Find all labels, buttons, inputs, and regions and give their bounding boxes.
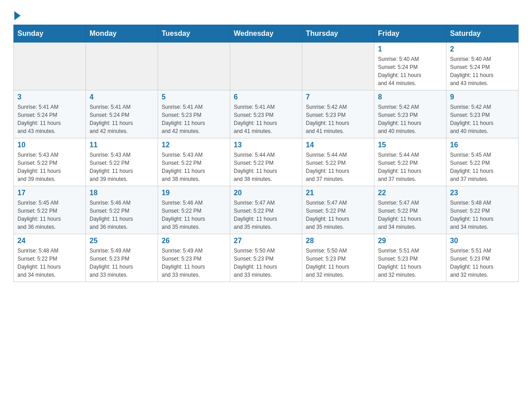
calendar-cell: 6Sunrise: 5:41 AMSunset: 5:23 PMDaylight… [230, 90, 302, 138]
day-info: Sunrise: 5:45 AMSunset: 5:22 PMDaylight:… [450, 151, 515, 183]
day-info: Sunrise: 5:47 AMSunset: 5:22 PMDaylight:… [378, 199, 442, 231]
day-number: 20 [234, 189, 298, 197]
day-header-friday: Friday [374, 25, 446, 43]
day-info: Sunrise: 5:49 AMSunset: 5:23 PMDaylight:… [162, 247, 226, 279]
day-info: Sunrise: 5:44 AMSunset: 5:22 PMDaylight:… [378, 151, 442, 183]
day-number: 13 [234, 141, 298, 149]
day-header-thursday: Thursday [302, 25, 374, 43]
calendar-cell: 17Sunrise: 5:45 AMSunset: 5:22 PMDayligh… [14, 186, 86, 234]
day-info: Sunrise: 5:40 AMSunset: 5:24 PMDaylight:… [450, 55, 515, 87]
day-number: 26 [162, 237, 226, 245]
calendar-cell [158, 43, 230, 90]
day-info: Sunrise: 5:43 AMSunset: 5:22 PMDaylight:… [90, 151, 154, 183]
calendar-cell: 25Sunrise: 5:49 AMSunset: 5:23 PMDayligh… [86, 234, 158, 282]
calendar-cell: 8Sunrise: 5:42 AMSunset: 5:23 PMDaylight… [374, 90, 446, 138]
calendar-cell: 9Sunrise: 5:42 AMSunset: 5:23 PMDaylight… [446, 90, 519, 138]
day-number: 25 [90, 237, 154, 245]
calendar-cell: 4Sunrise: 5:41 AMSunset: 5:24 PMDaylight… [86, 90, 158, 138]
day-number: 5 [162, 93, 226, 101]
calendar-cell: 15Sunrise: 5:44 AMSunset: 5:22 PMDayligh… [374, 138, 446, 186]
day-number: 23 [450, 189, 515, 197]
day-info: Sunrise: 5:43 AMSunset: 5:22 PMDaylight:… [17, 151, 82, 183]
day-info: Sunrise: 5:41 AMSunset: 5:24 PMDaylight:… [90, 103, 154, 135]
calendar-cell: 22Sunrise: 5:47 AMSunset: 5:22 PMDayligh… [374, 186, 446, 234]
day-info: Sunrise: 5:46 AMSunset: 5:22 PMDaylight:… [90, 199, 154, 231]
day-number: 19 [162, 189, 226, 197]
day-info: Sunrise: 5:48 AMSunset: 5:22 PMDaylight:… [450, 199, 515, 231]
day-number: 4 [90, 93, 154, 101]
calendar-cell: 3Sunrise: 5:41 AMSunset: 5:24 PMDaylight… [14, 90, 86, 138]
day-info: Sunrise: 5:41 AMSunset: 5:24 PMDaylight:… [17, 103, 82, 135]
day-info: Sunrise: 5:50 AMSunset: 5:23 PMDaylight:… [306, 247, 370, 279]
day-info: Sunrise: 5:44 AMSunset: 5:22 PMDaylight:… [234, 151, 298, 183]
calendar-week-row: 10Sunrise: 5:43 AMSunset: 5:22 PMDayligh… [14, 138, 519, 186]
day-info: Sunrise: 5:46 AMSunset: 5:22 PMDaylight:… [162, 199, 226, 231]
day-info: Sunrise: 5:48 AMSunset: 5:22 PMDaylight:… [17, 247, 82, 279]
calendar-cell: 19Sunrise: 5:46 AMSunset: 5:22 PMDayligh… [158, 186, 230, 234]
calendar-cell: 12Sunrise: 5:43 AMSunset: 5:22 PMDayligh… [158, 138, 230, 186]
day-number: 15 [378, 141, 442, 149]
calendar-cell [86, 43, 158, 90]
day-number: 27 [234, 237, 298, 245]
day-number: 6 [234, 93, 298, 101]
day-number: 17 [17, 189, 82, 197]
calendar-cell: 24Sunrise: 5:48 AMSunset: 5:22 PMDayligh… [14, 234, 86, 282]
day-number: 12 [162, 141, 226, 149]
calendar-cell: 26Sunrise: 5:49 AMSunset: 5:23 PMDayligh… [158, 234, 230, 282]
day-info: Sunrise: 5:51 AMSunset: 5:23 PMDaylight:… [450, 247, 515, 279]
calendar-cell: 1Sunrise: 5:40 AMSunset: 5:24 PMDaylight… [374, 43, 446, 90]
calendar-cell: 14Sunrise: 5:44 AMSunset: 5:22 PMDayligh… [302, 138, 374, 186]
day-info: Sunrise: 5:41 AMSunset: 5:23 PMDaylight:… [234, 103, 298, 135]
day-info: Sunrise: 5:40 AMSunset: 5:24 PMDaylight:… [378, 55, 442, 87]
day-info: Sunrise: 5:43 AMSunset: 5:22 PMDaylight:… [162, 151, 226, 183]
day-header-wednesday: Wednesday [230, 25, 302, 43]
calendar-cell: 29Sunrise: 5:51 AMSunset: 5:23 PMDayligh… [374, 234, 446, 282]
logo-arrow-icon [14, 11, 21, 20]
day-number: 24 [17, 237, 82, 245]
day-number: 7 [306, 93, 370, 101]
calendar-cell: 20Sunrise: 5:47 AMSunset: 5:22 PMDayligh… [230, 186, 302, 234]
calendar-cell [14, 43, 86, 90]
day-number: 16 [450, 141, 515, 149]
day-header-monday: Monday [86, 25, 158, 43]
day-number: 29 [378, 237, 442, 245]
day-info: Sunrise: 5:50 AMSunset: 5:23 PMDaylight:… [234, 247, 298, 279]
calendar-cell [302, 43, 374, 90]
day-header-saturday: Saturday [446, 25, 519, 43]
calendar-cell [230, 43, 302, 90]
day-info: Sunrise: 5:42 AMSunset: 5:23 PMDaylight:… [450, 103, 515, 135]
day-info: Sunrise: 5:47 AMSunset: 5:22 PMDaylight:… [306, 199, 370, 231]
day-number: 10 [17, 141, 82, 149]
calendar-week-row: 24Sunrise: 5:48 AMSunset: 5:22 PMDayligh… [14, 234, 519, 282]
calendar-header-row: SundayMondayTuesdayWednesdayThursdayFrid… [14, 25, 519, 43]
calendar-cell: 13Sunrise: 5:44 AMSunset: 5:22 PMDayligh… [230, 138, 302, 186]
day-number: 11 [90, 141, 154, 149]
day-header-sunday: Sunday [14, 25, 86, 43]
calendar-cell: 11Sunrise: 5:43 AMSunset: 5:22 PMDayligh… [86, 138, 158, 186]
calendar-cell: 30Sunrise: 5:51 AMSunset: 5:23 PMDayligh… [446, 234, 519, 282]
day-number: 18 [90, 189, 154, 197]
day-number: 8 [378, 93, 442, 101]
calendar-week-row: 1Sunrise: 5:40 AMSunset: 5:24 PMDaylight… [14, 43, 519, 90]
day-number: 9 [450, 93, 515, 101]
calendar-week-row: 17Sunrise: 5:45 AMSunset: 5:22 PMDayligh… [14, 186, 519, 234]
day-number: 28 [306, 237, 370, 245]
day-info: Sunrise: 5:51 AMSunset: 5:23 PMDaylight:… [378, 247, 442, 279]
day-number: 22 [378, 189, 442, 197]
day-number: 3 [17, 93, 82, 101]
calendar-cell: 27Sunrise: 5:50 AMSunset: 5:23 PMDayligh… [230, 234, 302, 282]
day-info: Sunrise: 5:47 AMSunset: 5:22 PMDaylight:… [234, 199, 298, 231]
calendar-cell: 16Sunrise: 5:45 AMSunset: 5:22 PMDayligh… [446, 138, 519, 186]
calendar-cell: 10Sunrise: 5:43 AMSunset: 5:22 PMDayligh… [14, 138, 86, 186]
day-number: 21 [306, 189, 370, 197]
day-number: 14 [306, 141, 370, 149]
calendar-cell: 2Sunrise: 5:40 AMSunset: 5:24 PMDaylight… [446, 43, 519, 90]
day-info: Sunrise: 5:42 AMSunset: 5:23 PMDaylight:… [306, 103, 370, 135]
day-number: 2 [450, 45, 515, 53]
calendar-cell: 23Sunrise: 5:48 AMSunset: 5:22 PMDayligh… [446, 186, 519, 234]
day-number: 1 [378, 45, 442, 53]
day-info: Sunrise: 5:42 AMSunset: 5:23 PMDaylight:… [378, 103, 442, 135]
calendar-table: SundayMondayTuesdayWednesdayThursdayFrid… [13, 25, 519, 282]
calendar-week-row: 3Sunrise: 5:41 AMSunset: 5:24 PMDaylight… [14, 90, 519, 138]
day-info: Sunrise: 5:49 AMSunset: 5:23 PMDaylight:… [90, 247, 154, 279]
